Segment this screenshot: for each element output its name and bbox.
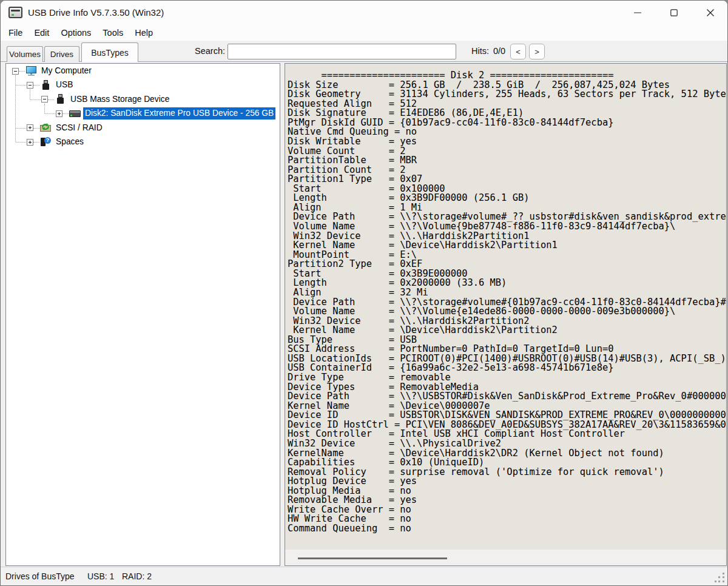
tree-connector bbox=[16, 128, 26, 129]
tree-item[interactable]: Spaces bbox=[54, 136, 86, 148]
tree-connector bbox=[44, 104, 45, 113]
menu-bar: FileEditOptionsToolsHelp bbox=[1, 25, 727, 41]
scsi-icon bbox=[40, 123, 52, 133]
app-window: USB Drive Info V5.7.3.50 (Win32) FileEdi… bbox=[0, 0, 728, 586]
tree-item[interactable]: My Computer bbox=[39, 65, 93, 77]
hits-label: Hits: bbox=[471, 46, 489, 56]
search-prev-button[interactable]: < bbox=[510, 44, 526, 59]
spaces-icon: ? bbox=[40, 137, 52, 147]
tab-bustypes[interactable]: BusTypes bbox=[81, 42, 138, 62]
tree-connector bbox=[30, 99, 41, 100]
search-next-button[interactable]: > bbox=[529, 44, 545, 59]
tree-connector bbox=[48, 99, 54, 100]
search-input[interactable] bbox=[228, 44, 456, 59]
scrollbar-thumb[interactable] bbox=[298, 557, 447, 559]
menu-tools[interactable]: Tools bbox=[102, 27, 124, 39]
tree-item[interactable]: Disk2: SanDisk Extreme Pro USB Device - … bbox=[83, 107, 275, 120]
tree-connector bbox=[19, 71, 25, 72]
tree-panel: My ComputerUSBUSB Mass Storage DeviceDis… bbox=[5, 63, 280, 566]
hits-value: 0/0 bbox=[493, 46, 505, 56]
usb-icon bbox=[55, 94, 67, 104]
app-icon bbox=[8, 7, 22, 18]
disk-icon bbox=[69, 109, 81, 119]
tree-connector bbox=[45, 113, 55, 114]
collapse-toggle[interactable] bbox=[12, 68, 19, 75]
menu-edit[interactable]: Edit bbox=[33, 27, 50, 39]
disk-info-text: ====================== Disk 2 ==========… bbox=[285, 64, 726, 550]
tree-connector bbox=[33, 142, 39, 143]
menu-options[interactable]: Options bbox=[60, 27, 92, 39]
status-raid-count: RAID: 2 bbox=[122, 567, 152, 585]
expand-toggle[interactable] bbox=[56, 110, 62, 117]
computer-icon bbox=[25, 66, 38, 76]
tree-item[interactable]: USB Mass Storage Device bbox=[69, 93, 171, 106]
close-button[interactable] bbox=[696, 1, 724, 25]
tab-volumes[interactable]: Volumes bbox=[7, 46, 43, 62]
status-bar: Drives of BusType USB: 1 RAID: 2 bbox=[1, 567, 727, 585]
tree-item[interactable]: USB bbox=[54, 79, 75, 91]
resize-grip[interactable] bbox=[715, 573, 724, 582]
search-label: Search: bbox=[195, 46, 225, 56]
status-left: Drives of BusType bbox=[5, 567, 75, 585]
menu-help[interactable]: Help bbox=[134, 27, 153, 39]
tree-connector bbox=[33, 128, 39, 129]
tree-connector bbox=[33, 85, 39, 86]
expand-toggle[interactable] bbox=[27, 124, 33, 131]
collapse-toggle[interactable] bbox=[27, 82, 33, 89]
menu-file[interactable]: File bbox=[8, 27, 23, 39]
maximize-button[interactable] bbox=[660, 1, 688, 25]
expand-toggle[interactable] bbox=[27, 139, 33, 146]
title-bar: USB Drive Info V5.7.3.50 (Win32) bbox=[1, 1, 727, 25]
tab-drives[interactable]: Drives bbox=[44, 46, 79, 62]
tab-strip: Search: Hits: 0/0 < > VolumesDrivesBusTy… bbox=[1, 41, 727, 63]
window-title: USB Drive Info V5.7.3.50 (Win32) bbox=[28, 7, 164, 18]
usb-icon bbox=[40, 80, 52, 90]
status-usb-count: USB: 1 bbox=[87, 567, 114, 585]
tree-connector bbox=[16, 142, 26, 143]
minimize-button[interactable] bbox=[624, 1, 652, 25]
tree-connector bbox=[16, 85, 26, 86]
collapse-toggle[interactable] bbox=[41, 96, 48, 103]
tree-connector bbox=[62, 113, 69, 114]
tree-connector bbox=[30, 89, 30, 99]
horizontal-scrollbar[interactable] bbox=[285, 550, 726, 565]
tree-item[interactable]: SCSI / RAID bbox=[54, 122, 104, 134]
info-panel: ====================== Disk 2 ==========… bbox=[285, 63, 727, 566]
